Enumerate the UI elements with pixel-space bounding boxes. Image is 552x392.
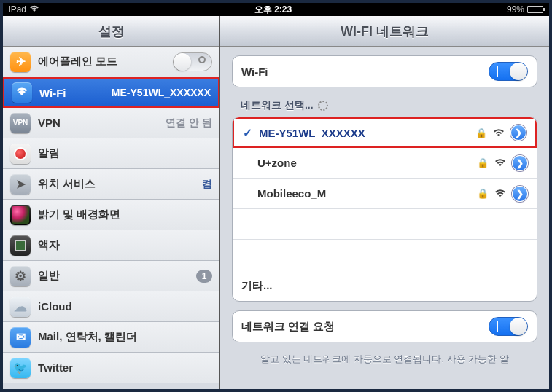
sidebar-item-vpn[interactable]: VPN VPN 연결 안 됨 [3, 108, 219, 138]
sidebar-item-airplane[interactable]: ✈ 에어플레인 모드 [3, 47, 219, 77]
sidebar-item-mail[interactable]: ✉ Mail, 연락처, 캘린더 [3, 322, 219, 353]
sidebar-item-label: Wi-Fi [39, 87, 104, 99]
signal-icon [494, 157, 506, 169]
sidebar-item-label: 알림 [38, 146, 212, 160]
status-time: 오후 2:23 [39, 4, 507, 16]
footer-help-text: 알고 있는 네트워크에 자동으로 연결됩니다. 사용 가능한 알 [232, 351, 537, 367]
network-name: Mobileeco_M [257, 187, 471, 200]
sidebar-item-location[interactable]: ➤ 위치 서비스 켬 [3, 169, 219, 200]
sidebar-item-brightness[interactable]: 밝기 및 배경화면 [3, 200, 219, 230]
airplane-toggle[interactable] [173, 52, 212, 71]
check-icon: ✓ [243, 126, 253, 140]
lock-icon: 🔒 [477, 188, 489, 199]
sidebar-item-icloud[interactable]: ☁ iCloud [3, 291, 219, 322]
sidebar-header: 설정 [3, 16, 219, 47]
sidebar-item-notifications[interactable]: 알림 [3, 138, 219, 169]
ask-join-label: 네트워크 연결 요청 [241, 320, 483, 334]
battery-icon [527, 6, 543, 13]
network-name: ME-Y51WL_XXXXXX [259, 127, 470, 139]
sidebar-item-label: 일반 [38, 269, 189, 283]
choose-network-label: 네트워크 선택... [232, 96, 537, 117]
wifi-master-toggle-row[interactable]: Wi-Fi [233, 56, 537, 87]
sidebar-item-label: 액자 [38, 238, 212, 252]
sidebar-item-label: 밝기 및 배경화면 [38, 208, 212, 222]
sidebar-item-wifi[interactable]: Wi-Fi ME-Y51WL_XXXXXX [3, 77, 219, 108]
lock-icon: 🔒 [477, 157, 489, 168]
sidebar-item-frame[interactable]: 액자 [3, 230, 219, 261]
sidebar-item-label: Mail, 연락처, 캘린더 [38, 330, 212, 344]
device-label: iPad [9, 4, 26, 15]
sidebar-item-value: ME-Y51WL_XXXXXX [112, 87, 211, 98]
vpn-icon: VPN [10, 113, 31, 133]
airplane-icon: ✈ [10, 52, 31, 72]
sidebar-item-value: 연결 안 됨 [166, 117, 212, 130]
ask-to-join-row[interactable]: 네트워크 연결 요청 [233, 311, 537, 342]
network-detail-button[interactable]: ❯ [512, 186, 528, 202]
network-row-empty [233, 209, 537, 240]
sidebar-item-label: Twitter [38, 361, 212, 374]
other-network-row[interactable]: 기타... [233, 270, 537, 301]
cloud-icon: ☁ [10, 297, 31, 317]
spinner-icon [318, 101, 328, 111]
lock-icon: 🔒 [475, 128, 487, 138]
ask-join-toggle[interactable] [489, 317, 528, 336]
badge-count: 1 [196, 270, 212, 283]
sidebar-item-label: 에어플레인 모드 [38, 55, 166, 68]
sidebar-item-general[interactable]: ⚙ 일반 1 [3, 261, 219, 291]
network-detail-button[interactable]: ❯ [510, 125, 526, 141]
network-row[interactable]: ✓ ME-Y51WL_XXXXXX 🔒 ❯ [233, 117, 537, 148]
mail-icon: ✉ [10, 327, 31, 348]
detail-header: Wi-Fi 네트워크 [220, 16, 549, 47]
sidebar-item-label: iCloud [38, 300, 212, 313]
signal-icon [493, 127, 505, 139]
network-row[interactable]: Mobileeco_M 🔒 ❯ [233, 179, 537, 209]
sidebar-item-label: VPN [38, 117, 158, 129]
signal-icon [494, 187, 506, 200]
sidebar-item-value: 켬 [202, 178, 212, 191]
network-row[interactable]: U+zone 🔒 ❯ [233, 148, 537, 179]
other-label: 기타... [241, 279, 528, 293]
location-icon: ➤ [10, 174, 31, 195]
notifications-icon [10, 144, 31, 164]
sidebar-item-twitter[interactable]: 🐦 Twitter [3, 353, 219, 383]
settings-sidebar: 설정 ✈ 에어플레인 모드 Wi-Fi ME-Y51WL_XXXXXX VPN [3, 16, 220, 389]
network-row-empty [233, 240, 537, 270]
wifi-label: Wi-Fi [241, 66, 483, 78]
twitter-icon: 🐦 [10, 358, 31, 378]
wifi-status-icon [29, 4, 39, 15]
battery-percent: 99% [507, 4, 524, 15]
wifi-toggle[interactable] [489, 62, 528, 81]
network-detail-button[interactable]: ❯ [512, 155, 528, 171]
brightness-icon [10, 205, 31, 225]
gear-icon: ⚙ [10, 266, 31, 286]
sidebar-item-label: 위치 서비스 [38, 177, 195, 191]
wifi-icon [12, 82, 32, 103]
detail-panel: Wi-Fi 네트워크 Wi-Fi 네트워크 선택... ✓ ME-Y51WL_X… [220, 16, 549, 389]
status-bar: iPad 오후 2:23 99% [3, 3, 549, 16]
frame-icon [10, 235, 31, 256]
network-name: U+zone [257, 157, 471, 169]
